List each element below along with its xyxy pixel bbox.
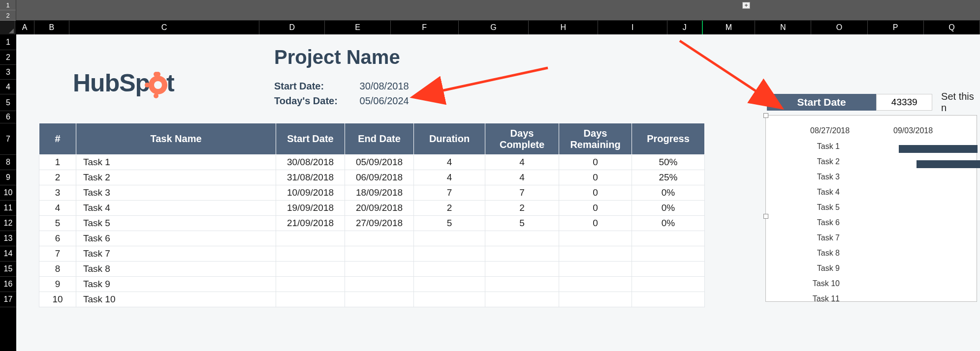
row-header-4[interactable]: 4 [0,80,16,94]
cell-prog[interactable]: 0% [632,201,705,216]
cell-prog[interactable]: 50% [632,155,705,170]
cell-dur[interactable]: 2 [414,201,485,216]
cell-dc[interactable]: 4 [485,170,559,185]
table-row[interactable]: 4Task 419/09/201820/09/20182200% [39,201,705,216]
outline-expand-button[interactable]: + [742,2,750,9]
row-header-2[interactable]: 2 [0,50,16,65]
row-header-5[interactable]: 5 [0,94,16,111]
cell-dc[interactable] [485,231,559,246]
header-dur[interactable]: Duration [414,123,485,155]
cell-dr[interactable] [559,231,632,246]
header-task[interactable]: Task Name [76,123,276,155]
cell-dr[interactable]: 0 [559,155,632,170]
outline-level-1[interactable]: 1 [0,0,16,10]
table-row[interactable]: 10Task 10 [39,292,705,307]
chart-handle-nw[interactable] [763,113,768,118]
cell-dc[interactable] [485,262,559,277]
row-header-6[interactable]: 6 [0,111,16,123]
row-header-9[interactable]: 9 [0,170,16,185]
table-row[interactable]: 5Task 521/09/201827/09/20185500% [39,216,705,231]
cell-n[interactable]: 8 [39,262,76,277]
column-header-P[interactable]: P [868,21,924,34]
cell-dr[interactable] [559,246,632,262]
row-header-8[interactable]: 8 [0,155,16,170]
cell-start[interactable] [276,246,345,262]
row-header-17[interactable]: 17 [0,292,16,307]
cell-start[interactable]: 31/08/2018 [276,170,345,185]
start-date-box-value[interactable]: 43339 [876,94,932,111]
table-row[interactable]: 1Task 130/08/201805/09/201844050% [39,155,705,170]
cell-end[interactable]: 20/09/2018 [345,201,414,216]
cell-dr[interactable]: 0 [559,185,632,201]
row-header-11[interactable]: 11 [0,201,16,216]
cell-name[interactable]: Task 3 [76,185,276,201]
outline-level-2[interactable]: 2 [0,10,16,21]
cell-end[interactable] [345,231,414,246]
column-header-B[interactable]: B [34,21,69,34]
row-header-7[interactable]: 7 [0,123,16,155]
table-row[interactable]: 3Task 310/09/201818/09/20187700% [39,185,705,201]
cell-end[interactable]: 18/09/2018 [345,185,414,201]
cell-name[interactable]: Task 7 [76,246,276,262]
table-row[interactable]: 8Task 8 [39,262,705,277]
cell-end[interactable] [345,262,414,277]
cell-start[interactable] [276,231,345,246]
column-header-G[interactable]: G [459,21,529,34]
cell-n[interactable]: 9 [39,277,76,292]
cell-dc[interactable]: 5 [485,216,559,231]
cell-dr[interactable]: 0 [559,216,632,231]
cell-dur[interactable] [414,292,485,307]
cell-name[interactable]: Task 10 [76,292,276,307]
column-header-F[interactable]: F [391,21,459,34]
header-daysc[interactable]: DaysComplete [485,123,559,155]
cell-name[interactable]: Task 9 [76,277,276,292]
cell-start[interactable] [276,292,345,307]
start-date-value[interactable]: 30/08/2018 [360,81,409,91]
cell-name[interactable]: Task 5 [76,216,276,231]
row-header-1[interactable]: 1 [0,34,16,50]
cell-end[interactable]: 05/09/2018 [345,155,414,170]
cell-dur[interactable]: 4 [414,170,485,185]
row-header-3[interactable]: 3 [0,65,16,80]
gantt-chart[interactable]: 08/27/201809/03/2018 Task 1Task 2Task 3T… [765,115,977,302]
cell-n[interactable]: 10 [39,292,76,307]
column-header-M[interactable]: M [703,21,756,34]
cell-dur[interactable] [414,277,485,292]
column-header-D[interactable]: D [259,21,325,34]
gantt-bar[interactable] [899,145,978,153]
header-prog[interactable]: Progress [632,123,705,155]
cell-n[interactable]: 6 [39,231,76,246]
cell-prog[interactable]: 25% [632,170,705,185]
cell-dr[interactable] [559,277,632,292]
header-end[interactable]: End Date [345,123,414,155]
cell-n[interactable]: 2 [39,170,76,185]
cell-dr[interactable]: 0 [559,170,632,185]
cell-prog[interactable]: 0% [632,216,705,231]
cell-dc[interactable]: 2 [485,201,559,216]
cell-start[interactable]: 21/09/2018 [276,216,345,231]
cell-dr[interactable] [559,292,632,307]
cell-dc[interactable] [485,277,559,292]
column-header-A[interactable]: A [15,21,34,34]
cell-start[interactable] [276,262,345,277]
column-header-Q[interactable]: Q [924,21,980,34]
cell-prog[interactable]: 0% [632,185,705,201]
row-header-12[interactable]: 12 [0,216,16,231]
header-start[interactable]: Start Date [276,123,345,155]
cell-end[interactable]: 27/09/2018 [345,216,414,231]
table-row[interactable]: 6Task 6 [39,231,705,246]
cell-prog[interactable] [632,231,705,246]
cell-dc[interactable] [485,292,559,307]
table-row[interactable]: 9Task 9 [39,277,705,292]
cell-end[interactable] [345,277,414,292]
column-header-E[interactable]: E [325,21,390,34]
cell-dur[interactable] [414,231,485,246]
table-row[interactable]: 7Task 7 [39,246,705,262]
table-row[interactable]: 2Task 231/08/201806/09/201844025% [39,170,705,185]
cell-name[interactable]: Task 6 [76,231,276,246]
cell-n[interactable]: 4 [39,201,76,216]
cell-start[interactable]: 10/09/2018 [276,185,345,201]
cell-dc[interactable] [485,246,559,262]
row-header-16[interactable]: 16 [0,277,16,292]
column-header-C[interactable]: C [69,21,259,34]
